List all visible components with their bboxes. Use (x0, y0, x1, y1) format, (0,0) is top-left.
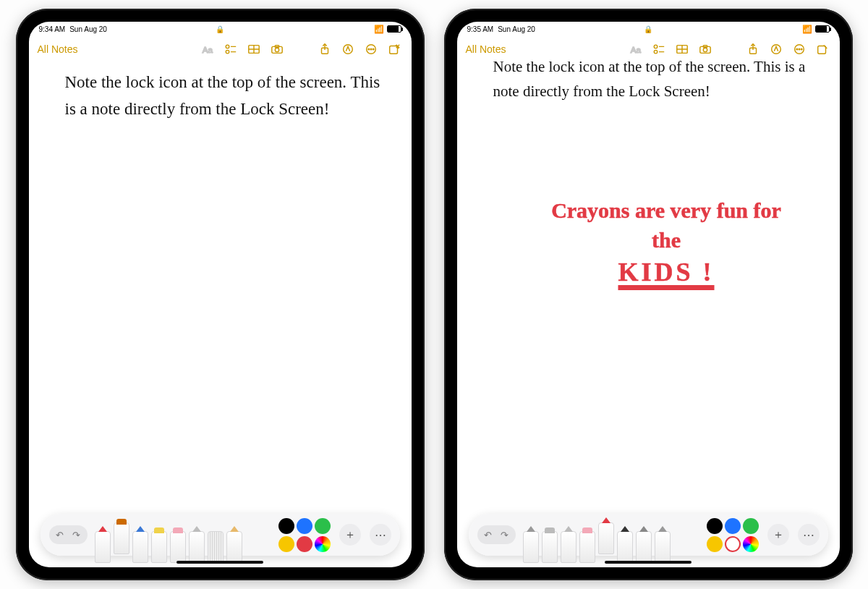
tool-picker (95, 514, 242, 556)
color-swatch[interactable] (725, 536, 741, 552)
redo-button[interactable]: ↷ (497, 528, 513, 541)
svg-text:Aa: Aa (630, 45, 641, 54)
back-all-notes[interactable]: All Notes (38, 43, 78, 55)
crayon-text: Crayons are very fun for the KIDS ! (537, 196, 796, 290)
svg-point-38 (801, 48, 802, 50)
color-swatch[interactable] (707, 518, 723, 534)
status-time: 9:35 AM (467, 25, 494, 33)
add-tool-button[interactable]: ＋ (767, 524, 789, 546)
tool-fountain[interactable] (617, 531, 633, 563)
svg-point-37 (799, 48, 800, 50)
status-bar: 9:34 AM Sun Aug 20 🔒 📶 (29, 22, 412, 36)
color-swatch[interactable] (297, 536, 312, 552)
color-swatches (278, 518, 331, 552)
color-swatch[interactable] (297, 518, 312, 534)
color-swatch[interactable] (743, 518, 759, 534)
tool-pen[interactable] (523, 531, 539, 563)
notes-toolbar: All Notes Aa (29, 36, 412, 62)
table-icon[interactable] (245, 41, 263, 58)
tool-marker[interactable] (114, 522, 129, 554)
color-swatch[interactable] (707, 536, 723, 552)
crayon-kids: KIDS ! (537, 255, 796, 290)
svg-point-9 (275, 48, 278, 51)
svg-point-1 (226, 45, 229, 48)
ipad-device-right: 9:35 AM Sun Aug 20 🔒 📶 All Notes Aa Note… (444, 9, 853, 580)
add-tool-button[interactable]: ＋ (339, 524, 361, 546)
battery-icon (387, 25, 401, 33)
handwritten-text-black: Note the lock icon at the top of the scr… (65, 69, 390, 123)
svg-point-17 (373, 48, 374, 50)
markup-tool-tray: ↶ ↷ ＋ ⋯ (41, 514, 400, 556)
wifi-icon: 📶 (374, 25, 384, 34)
tool-picker (523, 514, 671, 556)
crayon-line: Crayons are very fun for the (537, 196, 796, 255)
status-date: Sun Aug 20 (498, 25, 535, 33)
undo-button[interactable]: ↶ (52, 528, 68, 541)
battery-icon (815, 25, 830, 33)
color-swatch[interactable] (278, 518, 294, 534)
screen: 9:35 AM Sun Aug 20 🔒 📶 All Notes Aa Note… (457, 22, 840, 567)
tool-marker[interactable] (542, 531, 558, 563)
svg-point-30 (703, 48, 707, 51)
status-date: Sun Aug 20 (69, 25, 107, 33)
markup-tool-tray: ↶ ↷ ＋ ⋯ (469, 514, 828, 556)
svg-point-22 (654, 45, 658, 48)
status-time: 9:34 AM (39, 25, 66, 33)
tool-pencil[interactable] (561, 531, 576, 563)
home-indicator[interactable] (605, 561, 692, 564)
tool-brush[interactable] (636, 531, 652, 563)
color-swatch[interactable] (725, 518, 741, 534)
status-bar: 9:35 AM Sun Aug 20 🔒 📶 (457, 22, 840, 36)
svg-rect-39 (817, 46, 825, 54)
tool-pencil2[interactable] (655, 531, 671, 563)
note-canvas[interactable]: Note the lock icon at the top of the scr… (457, 62, 840, 567)
color-swatch[interactable] (743, 536, 759, 552)
tool-lasso[interactable] (189, 531, 205, 563)
compose-icon[interactable] (386, 41, 403, 58)
undo-redo-group: ↶ ↷ (477, 525, 516, 544)
tray-more-button[interactable]: ⋯ (798, 524, 820, 546)
color-swatch[interactable] (278, 536, 294, 552)
lock-icon: 🔒 (644, 25, 652, 33)
undo-button[interactable]: ↶ (480, 528, 496, 541)
tool-pencil2[interactable] (226, 531, 242, 563)
ipad-device-left: 9:34 AM Sun Aug 20 🔒 📶 All Notes Aa Note… (16, 9, 425, 580)
more-icon[interactable] (362, 41, 380, 58)
color-swatches (707, 518, 759, 552)
svg-text:Aa: Aa (202, 45, 213, 54)
text-format-icon[interactable]: Aa (199, 41, 216, 58)
svg-point-15 (368, 48, 370, 50)
home-indicator[interactable] (176, 561, 263, 564)
undo-redo-group: ↶ ↷ (49, 525, 88, 544)
back-all-notes[interactable]: All Notes (466, 43, 506, 55)
lock-icon: 🔒 (216, 25, 224, 33)
tool-eraser[interactable] (579, 531, 595, 563)
tool-pen[interactable] (95, 531, 111, 563)
tool-highlighter[interactable] (151, 531, 167, 563)
svg-point-36 (796, 48, 798, 50)
svg-point-16 (370, 48, 372, 50)
redo-button[interactable]: ↷ (69, 528, 85, 541)
tool-crayon[interactable] (598, 522, 614, 554)
tool-ruler[interactable] (208, 531, 224, 563)
tool-pencil[interactable] (132, 531, 148, 563)
screen: 9:34 AM Sun Aug 20 🔒 📶 All Notes Aa Note… (29, 22, 412, 567)
svg-point-3 (226, 50, 229, 54)
handwritten-text-black: Note the lock icon at the top of the scr… (493, 55, 818, 103)
tool-eraser[interactable] (170, 531, 186, 563)
checklist-icon[interactable] (222, 41, 239, 58)
markup-icon[interactable] (339, 41, 357, 58)
note-canvas[interactable]: Note the lock icon at the top of the scr… (29, 62, 412, 567)
color-swatch[interactable] (315, 518, 331, 534)
camera-icon[interactable] (268, 41, 286, 58)
tray-more-button[interactable]: ⋯ (370, 524, 391, 546)
wifi-icon: 📶 (802, 25, 812, 34)
share-icon[interactable] (316, 41, 333, 58)
svg-point-24 (654, 50, 658, 54)
color-swatch[interactable] (315, 536, 331, 552)
